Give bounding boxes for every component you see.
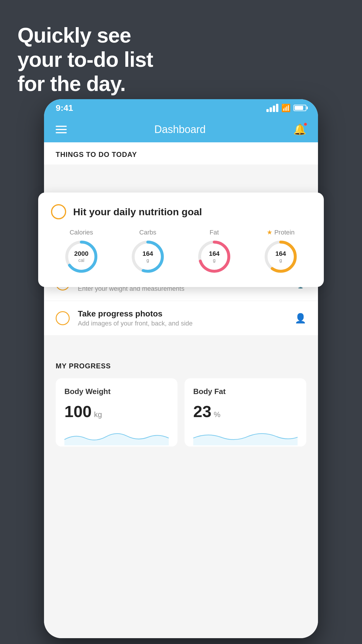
protein-donut: 164 g xyxy=(263,239,298,274)
weight-value: 100 xyxy=(64,402,92,421)
todo-text-photos: Take progress photos Add images of your … xyxy=(78,309,287,327)
nutrition-card-header: Hit your daily nutrition goal xyxy=(51,204,311,219)
todo-item-photos[interactable]: Take progress photos Add images of your … xyxy=(44,301,318,336)
nutrition-calories: Calories 2000 cal xyxy=(64,229,99,274)
floating-nutrition-card: Hit your daily nutrition goal Calories 2… xyxy=(38,192,324,287)
carbs-value: 164 xyxy=(143,250,153,258)
carbs-unit: g xyxy=(143,258,153,263)
calories-unit: cal xyxy=(74,258,89,263)
nutrition-carbs: Carbs 164 g xyxy=(130,229,165,274)
status-icons: 📶 xyxy=(266,104,306,113)
protein-value: 164 xyxy=(275,250,286,258)
progress-cards: Body Weight 100 kg Body Fat 23 % xyxy=(56,378,306,447)
hero-text-block: Quickly see your to-do list for the day. xyxy=(17,23,153,96)
protein-unit: g xyxy=(275,258,286,263)
hero-line1: Quickly see xyxy=(17,23,153,48)
progress-card-weight[interactable]: Body Weight 100 kg xyxy=(56,378,178,447)
calories-value: 2000 xyxy=(74,250,89,258)
fat-donut-unit: g xyxy=(209,258,220,263)
bell-button[interactable]: 🔔 xyxy=(293,123,306,136)
progress-card-fat-title: Body Fat xyxy=(193,387,298,396)
signal-icon xyxy=(266,104,278,112)
hero-line3: for the day. xyxy=(17,72,153,96)
photo-icon: 👤 xyxy=(295,313,306,324)
weight-unit: kg xyxy=(94,410,102,419)
calories-label: Calories xyxy=(70,229,93,236)
nutrition-circle-btn[interactable] xyxy=(51,204,66,219)
nutrition-card-title: Hit your daily nutrition goal xyxy=(73,206,202,218)
progress-section: MY PROGRESS Body Weight 100 kg Bod xyxy=(44,350,318,458)
carbs-donut: 164 g xyxy=(130,239,165,274)
nutrition-protein: ★ Protein 164 g xyxy=(263,229,298,274)
notification-dot xyxy=(303,122,307,126)
todo-main-photos: Take progress photos xyxy=(78,309,287,318)
calories-donut: 2000 cal xyxy=(64,239,99,274)
progress-card-weight-title: Body Weight xyxy=(64,387,169,396)
weight-chart xyxy=(64,428,169,445)
section-header: THINGS TO DO TODAY xyxy=(44,142,318,164)
star-icon: ★ xyxy=(267,229,273,236)
progress-value-weight: 100 kg xyxy=(64,402,169,421)
app-nav: Dashboard 🔔 xyxy=(44,117,318,142)
fat-donut: 164 g xyxy=(197,239,232,274)
nutrition-grid: Calories 2000 cal Carbs xyxy=(51,229,311,274)
status-time: 9:41 xyxy=(56,103,73,113)
protein-label: ★ Protein xyxy=(267,229,295,236)
phone-frame: 9:41 📶 Dashboard 🔔 THINGS TO xyxy=(44,99,318,638)
hamburger-menu[interactable] xyxy=(56,126,67,133)
hero-line2: your to-do list xyxy=(17,48,153,72)
fat-value: 23 xyxy=(193,402,211,421)
todo-sub-photos: Add images of your front, back, and side xyxy=(78,320,287,327)
things-today-title: THINGS TO DO TODAY xyxy=(56,150,137,158)
status-bar: 9:41 📶 xyxy=(44,99,318,117)
fat-chart xyxy=(193,428,298,445)
carbs-label: Carbs xyxy=(139,229,157,236)
fat-unit: % xyxy=(214,410,220,419)
progress-value-fat: 23 % xyxy=(193,402,298,421)
wifi-icon: 📶 xyxy=(281,104,291,113)
fat-label: Fat xyxy=(210,229,219,236)
battery-icon xyxy=(294,105,306,111)
nav-title: Dashboard xyxy=(154,123,205,136)
fat-donut-value: 164 xyxy=(209,250,220,258)
progress-card-fat[interactable]: Body Fat 23 % xyxy=(184,378,306,447)
progress-section-title: MY PROGRESS xyxy=(56,362,306,370)
nutrition-fat: Fat 164 g xyxy=(197,229,232,274)
todo-circle-photos xyxy=(56,311,70,325)
